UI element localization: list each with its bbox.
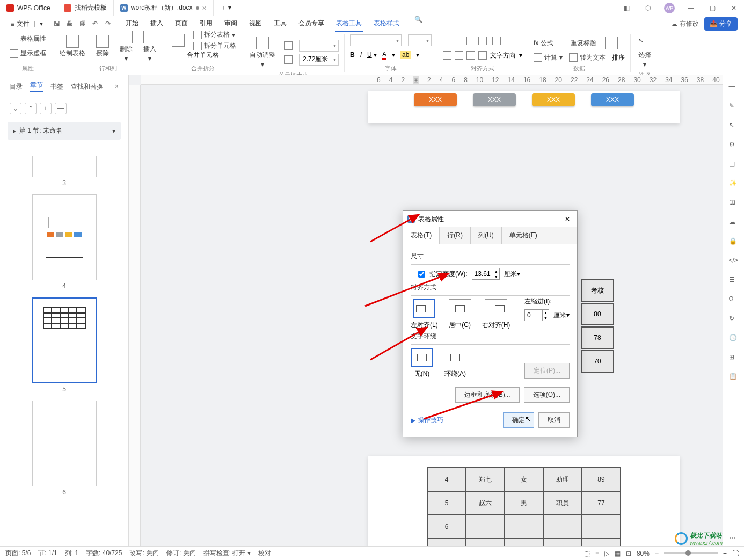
nav-close-icon[interactable]: ×	[115, 83, 119, 90]
status-page[interactable]: 页面: 5/6	[5, 549, 31, 558]
font-color-button[interactable]: A	[382, 50, 386, 60]
auto-adjust-button[interactable]: 自动调整▾	[247, 34, 278, 70]
zoom-in-button[interactable]: +	[723, 550, 727, 557]
list-icon[interactable]: ☰	[729, 276, 739, 286]
indent-unit-combo[interactable]: 厘米▾	[553, 311, 570, 320]
fullscreen-icon[interactable]: ⛶	[732, 550, 739, 557]
window-minimize[interactable]: —	[681, 1, 701, 16]
dialog-close-button[interactable]: ✕	[562, 214, 573, 224]
width-checkbox[interactable]	[418, 271, 425, 278]
cancel-button[interactable]: 取消	[538, 412, 570, 428]
nav-add-button[interactable]: +	[40, 103, 52, 114]
code-icon[interactable]: </>	[729, 257, 739, 266]
omega-icon[interactable]: Ω	[729, 295, 739, 305]
app-tab-document[interactable]: W word教程（新）.docx ×	[114, 0, 214, 16]
align-center-option[interactable]	[449, 299, 471, 318]
book-icon[interactable]: 🕮	[729, 199, 739, 208]
save-icon[interactable]: 🖫	[54, 20, 62, 28]
select-button[interactable]: ↖选择▾	[636, 34, 653, 70]
zoom-out-button[interactable]: −	[655, 550, 659, 557]
tab-close-icon[interactable]: ×	[202, 4, 207, 12]
align-tr-icon[interactable]	[466, 37, 475, 45]
dlg-tab-row[interactable]: 行(R)	[440, 227, 471, 244]
modified-indicator[interactable]: ☁ 有修改	[671, 19, 699, 28]
tips-link[interactable]: ▶ 操作技巧	[411, 416, 443, 425]
sidebar-toggle-icon[interactable]: ◧	[616, 1, 637, 16]
status-spell[interactable]: 拼写检查: 打开 ▾	[203, 549, 251, 558]
pencil-icon[interactable]: ✎	[729, 102, 739, 112]
grid-icon[interactable]: ⊞	[729, 353, 739, 363]
search-icon[interactable]: 🔍	[414, 16, 423, 24]
align-bl-icon[interactable]	[443, 51, 451, 60]
dlg-tab-column[interactable]: 列(U)	[471, 227, 502, 244]
erase-button[interactable]: 擦除	[94, 33, 111, 60]
avatar[interactable]: WP	[659, 1, 680, 16]
app-tab-template[interactable]: 找稻壳模板	[57, 0, 114, 16]
thumb-6[interactable]	[32, 401, 97, 486]
align-br-icon[interactable]	[466, 51, 475, 60]
preview-icon[interactable]: 🗐	[79, 20, 88, 28]
tab-member[interactable]: 会员专享	[297, 16, 325, 32]
more-icon[interactable]: ⋯	[729, 534, 739, 544]
status-proof[interactable]: 校对	[258, 549, 271, 558]
repeat-header-button[interactable]: 重复标题	[560, 39, 596, 48]
nav-tab-find[interactable]: 查找和替换	[71, 82, 103, 91]
to-text-button[interactable]: 转为文本	[569, 53, 606, 62]
width-unit-combo[interactable]: 厘米▾	[504, 270, 520, 279]
align-tc-icon[interactable]	[455, 37, 463, 45]
indent-spinner[interactable]: 0▲▼	[524, 309, 549, 321]
file-menu[interactable]: ≡ 文件 ｜ ▾	[6, 17, 47, 31]
row-height-combo[interactable]	[299, 40, 339, 52]
status-track[interactable]: 修订: 关闭	[166, 549, 196, 558]
status-overwrite[interactable]: 改写: 关闭	[129, 549, 159, 558]
align-tl-icon[interactable]	[443, 37, 451, 45]
wrap-none-option[interactable]	[411, 348, 433, 367]
wrap-around-option[interactable]	[444, 348, 466, 367]
thumb-3[interactable]	[32, 156, 97, 177]
new-tab-button[interactable]: ＋ ▾	[214, 0, 238, 16]
zoom-value[interactable]: 80%	[637, 550, 650, 557]
cursor-icon[interactable]: ↖	[729, 121, 739, 131]
clock-icon[interactable]: 🕓	[729, 334, 739, 344]
width-spinner[interactable]: 13.61▲▼	[472, 268, 500, 280]
refresh-icon[interactable]: ↻	[729, 315, 739, 324]
thumb-5[interactable]	[32, 297, 97, 383]
formula-button[interactable]: fx 公式	[534, 39, 553, 48]
tab-view[interactable]: 视图	[248, 16, 263, 32]
document-table[interactable]: 4郑七女助理89 5赵六男职员77 6 7	[427, 467, 621, 549]
show-virtual-button[interactable]: 显示虚框	[10, 49, 46, 58]
nav-up-button[interactable]: ⌃	[25, 103, 37, 114]
print-icon[interactable]: 🖶	[67, 20, 75, 28]
share-button[interactable]: 📤 分享	[704, 17, 738, 31]
magic-icon[interactable]: ✨	[729, 179, 739, 189]
highlight-button[interactable]: ab	[400, 51, 411, 59]
view-mode-2-icon[interactable]: ≡	[595, 550, 599, 557]
split-table-button[interactable]: 拆分表格 ▾	[193, 30, 236, 39]
dlg-tab-cell[interactable]: 单元格(E)	[502, 227, 545, 244]
tab-table-style[interactable]: 表格样式	[373, 16, 400, 32]
view-mode-4-icon[interactable]: ▦	[615, 550, 621, 557]
status-words[interactable]: 字数: 40/725	[86, 549, 122, 558]
app-tab-wps[interactable]: WPS Office	[0, 0, 57, 16]
section-header[interactable]: ▸ 第 1 节: 未命名▾	[8, 122, 121, 140]
nav-tab-toc[interactable]: 目录	[10, 82, 23, 91]
size-combo[interactable]	[408, 34, 432, 46]
options-button[interactable]: 选项(O)...	[524, 387, 570, 403]
minus-icon[interactable]: —	[729, 83, 739, 92]
merge-cells-button[interactable]	[170, 32, 187, 49]
italic-button[interactable]: I	[360, 51, 362, 59]
insert-button[interactable]: 插入▾	[141, 28, 158, 64]
cloud-icon[interactable]: ☁	[729, 218, 739, 228]
clipboard-icon[interactable]: 📋	[729, 373, 739, 382]
text-direction-button[interactable]	[490, 34, 503, 47]
thumb-4[interactable]	[32, 194, 97, 280]
draw-table-button[interactable]: 绘制表格	[57, 33, 87, 60]
nav-remove-button[interactable]: —	[55, 103, 67, 114]
nav-tab-chapter[interactable]: 章节	[30, 81, 43, 92]
window-maximize[interactable]: ▢	[702, 1, 723, 16]
settings-icon[interactable]: ⚙	[729, 141, 739, 150]
border-shading-button[interactable]: 边框和底纹(B)...	[455, 387, 520, 403]
nav-tab-bookmark[interactable]: 书签	[50, 82, 63, 91]
sort-button[interactable]	[603, 34, 620, 52]
align-left-option[interactable]	[413, 299, 435, 318]
